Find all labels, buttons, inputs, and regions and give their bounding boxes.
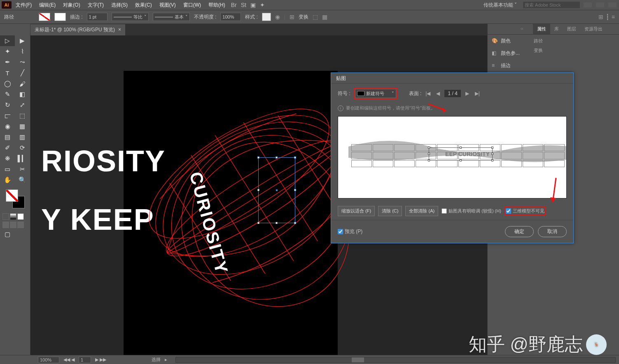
hand-tool[interactable]: ✋ — [0, 175, 15, 185]
color-mode[interactable] — [2, 213, 9, 220]
tab-layers[interactable]: 图层 — [563, 24, 580, 34]
eyedropper-tool[interactable]: ✐ — [0, 142, 15, 153]
curvature-tool[interactable]: ⤳ — [15, 57, 30, 68]
mask-icon[interactable]: ▦ — [322, 14, 327, 20]
bridge-icon[interactable]: Br — [229, 2, 238, 8]
zoom-tool[interactable]: 🔍 — [15, 175, 30, 185]
stock-icon[interactable]: St — [239, 2, 248, 8]
tab-assets[interactable]: 资源导出 — [580, 24, 607, 34]
tab-library[interactable]: 库 — [550, 24, 563, 34]
map-preview[interactable]: EEP CURIOSITY — [338, 116, 567, 198]
stroke-swatch[interactable] — [54, 13, 66, 21]
none-mode[interactable] — [17, 213, 24, 220]
window-minimize[interactable] — [584, 2, 592, 7]
brush-dropdown[interactable]: 基本 ˅ — [153, 13, 190, 21]
lasso-tool[interactable]: ⌇ — [15, 46, 30, 57]
surface-next[interactable]: ▶ — [464, 91, 471, 96]
menu-object[interactable]: 对象(O) — [60, 0, 83, 10]
status-menu-icon[interactable]: ▸ — [165, 357, 167, 362]
scale-to-fit-button[interactable]: 缩放以适合 (F) — [338, 206, 375, 216]
draw-inside[interactable] — [17, 222, 24, 228]
gradient-mode[interactable] — [10, 213, 16, 220]
surface-first[interactable]: |◀ — [424, 91, 432, 96]
document-tab[interactable]: 未标题-1* @ 100% (RGB/GPU 预览) × — [30, 24, 125, 35]
close-tab-icon[interactable]: × — [118, 27, 121, 33]
transform-label[interactable]: 变换 — [299, 14, 308, 21]
paintbrush-tool[interactable]: 🖌 — [15, 78, 30, 89]
fill-swatch[interactable] — [39, 13, 50, 21]
line-tool[interactable]: ╱ — [15, 68, 30, 78]
artboard-nav-next[interactable]: ▶ ▶▶ — [95, 357, 106, 362]
draw-behind[interactable] — [10, 222, 16, 228]
preview-checkbox[interactable]: 预览 (P) — [338, 228, 362, 235]
artboard-tool[interactable]: ▭ — [0, 164, 15, 175]
rotate-tool[interactable]: ↻ — [0, 100, 15, 110]
menu-edit[interactable]: 编辑(E) — [36, 0, 59, 10]
shade-checkbox[interactable]: 贴图具有明暗调 (较慢) (H) — [441, 208, 501, 214]
type-tool[interactable]: T — [0, 68, 15, 78]
zoom-level[interactable]: 100% — [38, 357, 59, 363]
menu-view[interactable]: 视图(V) — [156, 0, 179, 10]
ok-button[interactable]: 确定 — [505, 226, 534, 237]
window-maximize[interactable] — [596, 2, 604, 7]
ellipse-tool[interactable]: ◯ — [0, 78, 15, 89]
window-close[interactable] — [608, 2, 617, 7]
shape-builder-tool[interactable]: ◉ — [0, 121, 15, 132]
draw-normal[interactable] — [2, 222, 9, 228]
menu-type[interactable]: 文字(T) — [84, 0, 107, 10]
clear-button[interactable]: 清除 (C) — [378, 206, 402, 216]
cancel-button[interactable]: 取消 — [538, 226, 567, 237]
blend-tool[interactable]: ⟳ — [15, 142, 30, 153]
panel-menu-icon[interactable]: ≡ — [612, 14, 615, 20]
surface-prev[interactable]: ◀ — [434, 91, 441, 96]
free-transform-tool[interactable]: ⬚ — [15, 110, 30, 121]
invisible-geometry-checkbox[interactable]: 三维模型不可见 — [506, 208, 544, 214]
fill-color[interactable] — [6, 189, 18, 202]
screen-mode[interactable]: ▢ — [0, 229, 15, 240]
recolor-icon[interactable]: ◉ — [275, 14, 280, 20]
fill-stroke-swatch[interactable] — [6, 189, 25, 208]
direct-selection-tool[interactable]: ▶ — [15, 35, 30, 46]
slice-tool[interactable]: ✂ — [15, 164, 30, 175]
shaper-tool[interactable]: ✎ — [0, 89, 15, 100]
search-input[interactable] — [523, 1, 580, 9]
selection-tool[interactable]: ▷ — [0, 35, 15, 46]
artboard-nav-prev[interactable]: ◀◀ ◀ — [63, 357, 75, 362]
stroke-weight-input[interactable]: 1 pt — [87, 13, 107, 21]
opacity-input[interactable]: 100% — [220, 13, 241, 21]
menu-select[interactable]: 选择(S) — [108, 0, 131, 10]
menu-help[interactable]: 帮助(H) — [205, 0, 229, 10]
selection-bounds[interactable] — [258, 157, 295, 223]
symbol-dropdown[interactable]: 新建符号˅ — [355, 89, 396, 98]
menu-effect[interactable]: 效果(C) — [132, 0, 155, 10]
horizontal-scrollbar[interactable] — [175, 357, 616, 363]
scale-tool[interactable]: ⤢ — [15, 100, 30, 110]
snap-pixel-icon[interactable]: ⊞ — [598, 14, 603, 20]
menu-window[interactable]: 窗口(W) — [180, 0, 204, 10]
magic-wand-tool[interactable]: ✦ — [0, 46, 15, 57]
perspective-tool[interactable]: ▦ — [15, 121, 30, 132]
symbol-sprayer-tool[interactable]: ❋ — [0, 153, 15, 164]
panel-color[interactable]: 🎨颜色 — [488, 35, 529, 47]
width-tool[interactable]: ⫍ — [0, 110, 15, 121]
gpu-icon[interactable]: ✦ — [258, 2, 266, 8]
pen-tool[interactable]: ✒ — [0, 57, 15, 68]
gradient-tool[interactable]: ▥ — [15, 132, 30, 142]
isolate-icon[interactable]: ⬚ — [313, 14, 318, 20]
preview-symbol-bounds[interactable]: EEP CURIOSITY — [429, 147, 493, 161]
artboard-number[interactable]: 1 — [79, 357, 91, 363]
panel-color-guide[interactable]: ◧颜色参... — [488, 47, 529, 59]
graph-tool[interactable]: ▌▎ — [15, 153, 30, 164]
style-swatch[interactable] — [262, 13, 271, 21]
tab-properties[interactable]: 属性 — [533, 24, 550, 34]
panel-stroke[interactable]: ≡描边 — [488, 59, 529, 72]
menu-file[interactable]: 文件(F) — [12, 0, 35, 10]
mesh-tool[interactable]: ▤ — [0, 132, 15, 142]
snap-point-icon[interactable]: ┇ — [606, 14, 609, 20]
arrange-icon[interactable]: ▣ — [249, 2, 257, 8]
eraser-tool[interactable]: ◧ — [15, 89, 30, 100]
clear-all-button[interactable]: 全部清除 (A) — [405, 206, 438, 216]
stroke-profile-dropdown[interactable]: 等比 ˅ — [112, 13, 149, 21]
align-icon[interactable]: ⊞ — [290, 14, 294, 20]
surface-last[interactable]: ▶| — [473, 91, 481, 96]
